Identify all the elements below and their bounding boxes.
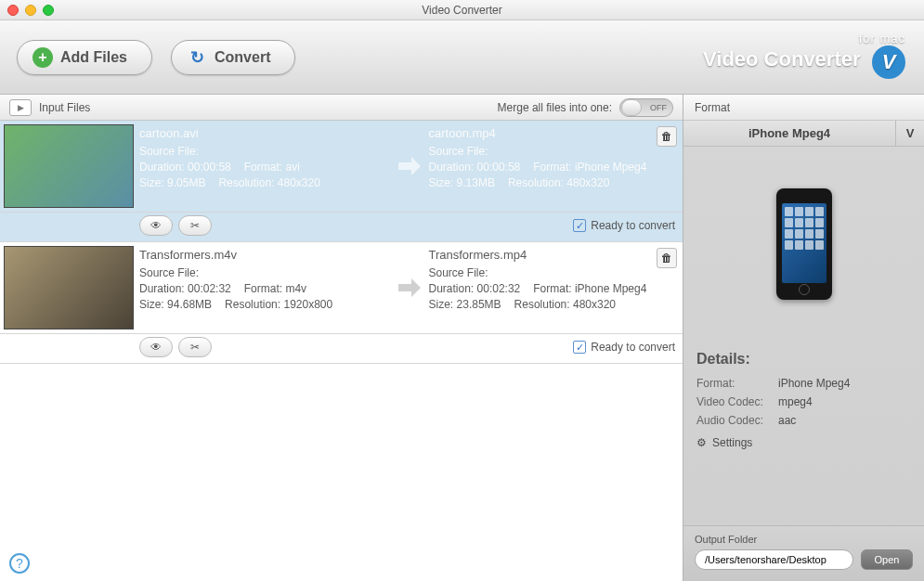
open-folder-button[interactable]: Open [861,549,913,570]
source-filename: cartoon.avi [139,126,390,140]
ready-indicator[interactable]: ✓ Ready to convert [573,219,675,232]
merge-toggle[interactable]: OFF [619,98,673,117]
titlebar: Video Converter [0,0,924,20]
window-controls [7,5,54,16]
eye-icon: 👁 [150,341,162,354]
delete-file-button[interactable]: 🗑 [657,248,677,268]
toggle-knob [621,99,642,116]
minimize-window-button[interactable] [25,5,36,16]
trim-file-button[interactable]: ✂ [178,337,212,357]
add-files-button[interactable]: + Add Files [17,40,152,75]
trim-file-button[interactable]: ✂ [178,215,212,236]
content: ▶ Input Files Merge all files into one: … [0,95,924,581]
detail-acodec-value: aac [778,414,796,427]
detail-acodec-label: Audio Codec: [696,414,778,427]
check-icon: ✓ [576,342,584,354]
source-file-label: Source File: [139,145,390,158]
target-file-label: Source File: [429,145,680,158]
window-title: Video Converter [0,4,924,17]
toolbar: + Add Files ↻ Convert for mac Video Conv… [0,20,924,95]
format-panel: Format iPhone Mpeg4 V Details: Format:iP… [683,95,924,581]
help-button[interactable]: ? [9,553,30,574]
format-selector[interactable]: iPhone Mpeg4 V [683,121,924,147]
format-settings-button[interactable]: ⚙ Settings [696,436,911,449]
file-list-pane: ▶ Input Files Merge all files into one: … [0,95,683,581]
add-files-label: Add Files [60,49,127,66]
scissors-icon: ✂ [190,341,200,354]
merge-toggle-state: OFF [650,103,667,112]
file-row[interactable]: Transformers.m4v Source File: Duration: … [0,242,683,334]
file-row-footer: 👁 ✂ ✓ Ready to convert [0,334,683,364]
output-folder-section: Output Folder Open [683,525,924,581]
detail-format-label: Format: [696,377,778,390]
device-preview [683,147,924,342]
brand-logo-icon: V [872,45,905,79]
convert-button[interactable]: ↻ Convert [171,40,295,75]
target-meta: cartoon.mp4 Source File: Duration: 00:00… [429,124,680,208]
arrow-icon [396,246,423,329]
check-icon: ✓ [576,220,584,232]
arrow-icon [396,124,423,208]
source-meta: Transformers.m4v Source File: Duration: … [139,246,390,329]
source-meta: cartoon.avi Source File: Duration: 00:00… [139,124,390,208]
brand-subtitle: for mac [703,32,905,45]
zoom-window-button[interactable] [43,5,54,16]
detail-vcodec-value: mpeg4 [778,395,813,408]
brand-title: Video Converter [703,47,861,71]
play-preview-button[interactable]: ▶ [9,99,32,116]
file-list-header: ▶ Input Files Merge all files into one: … [0,95,683,121]
file-list: cartoon.avi Source File: Duration: 00:00… [0,121,683,581]
ready-indicator[interactable]: ✓ Ready to convert [573,341,675,354]
target-file-label: Source File: [429,266,680,279]
format-side-letter: V [896,126,924,140]
plus-icon: + [33,47,53,68]
format-selected-label: iPhone Mpeg4 [683,121,896,146]
gear-icon: ⚙ [696,436,707,449]
eye-icon: 👁 [150,219,162,232]
ready-checkbox[interactable]: ✓ [573,341,586,354]
ready-label: Ready to convert [591,219,675,232]
format-header: Format [683,95,924,121]
detail-format-value: iPhone Mpeg4 [778,377,850,390]
play-icon: ▶ [18,103,24,112]
file-thumbnail[interactable] [4,246,134,329]
convert-icon: ↻ [187,47,207,68]
preview-file-button[interactable]: 👁 [139,337,173,357]
file-row-footer: 👁 ✂ ✓ Ready to convert [0,213,683,242]
details-heading: Details: [696,351,911,368]
preview-file-button[interactable]: 👁 [139,215,173,236]
detail-vcodec-label: Video Codec: [696,395,778,408]
brand: for mac Video Converter V [703,32,905,79]
close-window-button[interactable] [7,5,19,16]
scissors-icon: ✂ [190,219,200,232]
trash-icon: 🗑 [661,252,672,265]
target-filename: cartoon.mp4 [429,126,680,140]
input-files-label: Input Files [39,101,90,114]
file-thumbnail[interactable] [4,124,134,208]
source-filename: Transformers.m4v [139,248,390,262]
format-details: Details: Format:iPhone Mpeg4 Video Codec… [683,342,924,458]
ready-label: Ready to convert [591,341,675,354]
file-row[interactable]: cartoon.avi Source File: Duration: 00:00… [0,121,683,213]
target-meta: Transformers.mp4 Source File: Duration: … [429,246,680,329]
delete-file-button[interactable]: 🗑 [657,126,677,147]
ready-checkbox[interactable]: ✓ [573,219,586,232]
trash-icon: 🗑 [661,130,672,143]
source-file-label: Source File: [139,266,390,279]
iphone-icon [776,188,832,300]
settings-label: Settings [712,436,752,449]
output-folder-input[interactable] [695,549,853,570]
output-folder-label: Output Folder [695,534,913,545]
target-filename: Transformers.mp4 [429,248,680,262]
merge-label: Merge all files into one: [498,101,612,114]
convert-label: Convert [215,49,270,66]
